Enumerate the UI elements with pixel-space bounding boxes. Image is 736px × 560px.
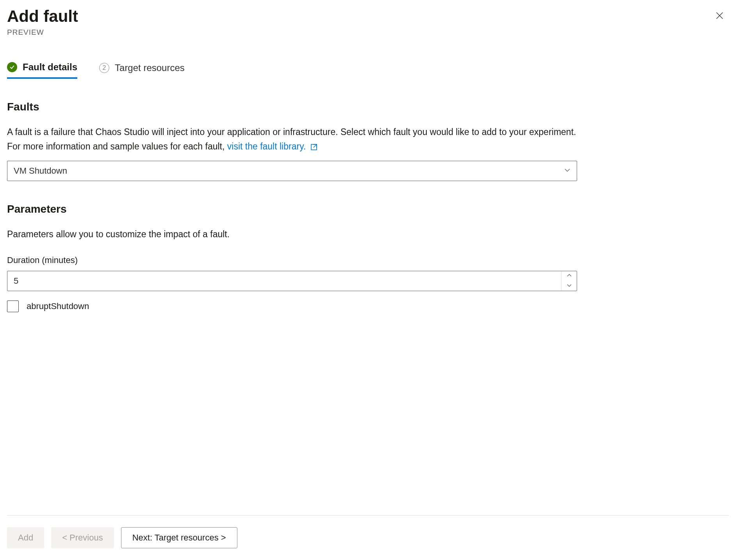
duration-field — [7, 271, 577, 291]
step-number-badge: 2 — [99, 63, 109, 73]
spinner-buttons — [561, 271, 577, 291]
fault-library-link-text: visit the fault library. — [227, 141, 306, 151]
abrupt-shutdown-label: abruptShutdown — [27, 301, 89, 311]
duration-increment[interactable] — [561, 271, 577, 281]
chevron-down-icon — [567, 283, 572, 290]
fault-type-dropdown[interactable]: VM Shutdown — [7, 161, 577, 181]
close-button[interactable] — [713, 9, 727, 23]
fault-type-selected: VM Shutdown — [14, 166, 67, 176]
tab-fault-details[interactable]: Fault details — [7, 62, 77, 79]
svg-line-3 — [314, 144, 317, 148]
tab-label: Fault details — [23, 62, 77, 73]
panel-title: Add fault — [7, 7, 729, 26]
external-link-icon — [310, 143, 318, 151]
tab-content: Faults A fault is a failure that Chaos S… — [7, 79, 729, 515]
faults-description: A fault is a failure that Chaos Studio w… — [7, 125, 577, 154]
wizard-footer: Add < Previous Next: Target resources > — [7, 515, 729, 560]
checkmark-icon — [7, 62, 17, 72]
duration-input[interactable] — [7, 271, 561, 291]
parameters-description: Parameters allow you to customize the im… — [7, 227, 577, 242]
add-button: Add — [7, 527, 44, 548]
duration-decrement[interactable] — [561, 281, 577, 291]
previous-button: < Previous — [51, 527, 114, 548]
next-button[interactable]: Next: Target resources > — [121, 527, 237, 548]
faults-heading: Faults — [7, 101, 726, 113]
wizard-tabs: Fault details 2 Target resources — [7, 62, 729, 79]
chevron-down-icon — [563, 166, 571, 176]
tab-label: Target resources — [115, 62, 185, 73]
tab-target-resources[interactable]: 2 Target resources — [99, 62, 185, 78]
fault-library-link[interactable]: visit the fault library. — [227, 141, 318, 151]
parameters-heading: Parameters — [7, 203, 726, 215]
abrupt-shutdown-row: abruptShutdown — [7, 300, 726, 312]
add-fault-panel: Add fault PREVIEW Fault details 2 Target… — [0, 0, 736, 560]
panel-subtitle: PREVIEW — [7, 28, 729, 37]
abrupt-shutdown-checkbox[interactable] — [7, 300, 19, 312]
close-icon — [715, 11, 724, 22]
chevron-up-icon — [567, 273, 572, 280]
duration-label: Duration (minutes) — [7, 255, 726, 265]
